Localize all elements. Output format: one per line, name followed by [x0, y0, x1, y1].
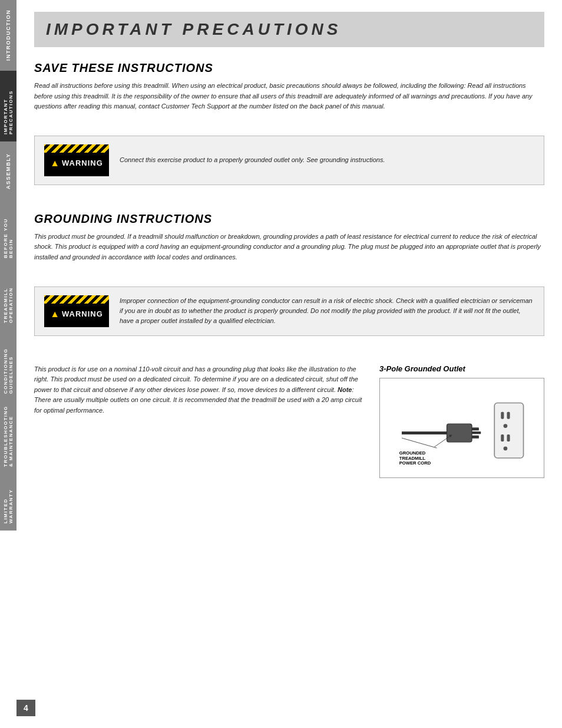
warning-text-1: ▲ WARNING	[50, 158, 103, 169]
svg-rect-1	[447, 424, 472, 442]
sidebar-item-treadmill-operation[interactable]: TREADMILL OPERATION	[0, 265, 16, 330]
sidebar-item-limited-warranty[interactable]: LIMITED WARRANTY	[0, 472, 16, 531]
sidebar-item-before-you-begin[interactable]: BEFORE YOU BEGIN	[0, 200, 16, 265]
sidebar-item-introduction[interactable]: INTRODUCTION	[0, 0, 16, 71]
svg-point-16	[504, 446, 508, 450]
grounding-instructions-section: GROUNDING INSTRUCTIONS This product must…	[34, 212, 544, 263]
sidebar-item-label: ASSEMBLY	[5, 153, 11, 189]
sidebar-item-label: INTRODUCTION	[5, 10, 11, 61]
warning-message-1: Connect this exercise product to a prope…	[120, 155, 534, 165]
warning-badge-2: ▲ WARNING	[44, 295, 109, 327]
main-content: IMPORTANT PRECAUTIONS SAVE THESE INSTRUC…	[16, 0, 562, 496]
warning-box-1: ▲ WARNING Connect this exercise product …	[34, 136, 544, 185]
svg-rect-4	[472, 431, 481, 434]
svg-rect-14	[501, 434, 504, 442]
grounding-instructions-body: This product must be grounded. If a trea…	[34, 232, 544, 263]
page-number: 4	[16, 700, 35, 716]
svg-line-5	[402, 438, 437, 448]
svg-point-13	[504, 424, 508, 428]
sidebar: INTRODUCTION IMPORTANT PRECAUTIONS ASSEM…	[0, 0, 16, 728]
svg-rect-15	[507, 434, 510, 442]
sidebar-item-label: LIMITED WARRANTY	[3, 479, 14, 523]
sidebar-item-label: TREADMILL OPERATION	[3, 272, 14, 323]
sidebar-item-assembly[interactable]: ASSEMBLY	[0, 141, 16, 200]
sidebar-item-label: TROUBLESHOOTING & MAINTENANCE	[3, 406, 14, 467]
svg-rect-2	[472, 427, 479, 430]
diagram-box: GROUNDED TREADMILL POWER CORD	[379, 378, 544, 478]
sidebar-item-label: BEFORE YOU BEGIN	[3, 207, 14, 258]
svg-rect-12	[507, 411, 510, 419]
bottom-text-body: This product is for use on a nominal 110…	[34, 365, 358, 393]
svg-rect-3	[472, 435, 479, 438]
sidebar-item-label: CONDITIONING GUIDELINES	[3, 337, 14, 394]
warning-triangle-icon-2: ▲	[50, 309, 59, 319]
warning-label-1: WARNING	[62, 159, 103, 167]
warning-label-2: WARNING	[62, 309, 103, 318]
svg-text:POWER CORD: POWER CORD	[399, 460, 431, 466]
sidebar-item-important-precautions[interactable]: IMPORTANT PRECAUTIONS	[0, 71, 16, 141]
svg-rect-11	[501, 411, 504, 419]
bottom-section: This product is for use on a nominal 110…	[34, 364, 544, 478]
page-header: IMPORTANT PRECAUTIONS	[34, 12, 544, 47]
warning-message-2: Improper connection of the equipment-gro…	[120, 296, 534, 326]
warning-box-2: ▲ WARNING Improper connection of the equ…	[34, 286, 544, 336]
svg-text:GROUNDED: GROUNDED	[399, 450, 426, 456]
diagram-section: 3-Pole Grounded Outlet GROUND	[379, 364, 544, 478]
outlet-diagram-svg: GROUNDED TREADMILL POWER CORD	[389, 388, 534, 468]
warning-triangle-icon-1: ▲	[50, 158, 59, 169]
warning-badge-1: ▲ WARNING	[44, 144, 109, 176]
bottom-text-note-label: Note	[338, 386, 352, 393]
page-title: IMPORTANT PRECAUTIONS	[46, 20, 533, 39]
save-instructions-body: Read all instructions before using this …	[34, 81, 544, 112]
sidebar-item-conditioning-guidelines[interactable]: CONDITIONING GUIDELINES	[0, 330, 16, 401]
grounding-instructions-heading: GROUNDING INSTRUCTIONS	[34, 212, 544, 226]
warning-text-2: ▲ WARNING	[50, 309, 103, 319]
warning-stripes-2	[44, 295, 109, 304]
bottom-paragraph: This product is for use on a nominal 110…	[34, 364, 365, 478]
save-instructions-heading: SAVE THESE INSTRUCTIONS	[34, 61, 544, 75]
save-instructions-section: SAVE THESE INSTRUCTIONS Read all instruc…	[34, 61, 544, 112]
warning-stripes-1	[44, 144, 109, 153]
diagram-title: 3-Pole Grounded Outlet	[379, 364, 544, 373]
svg-rect-10	[494, 403, 523, 458]
svg-text:TREADMILL: TREADMILL	[399, 455, 425, 460]
sidebar-item-troubleshooting[interactable]: TROUBLESHOOTING & MAINTENANCE	[0, 401, 16, 472]
sidebar-item-label: IMPORTANT PRECAUTIONS	[3, 78, 14, 134]
